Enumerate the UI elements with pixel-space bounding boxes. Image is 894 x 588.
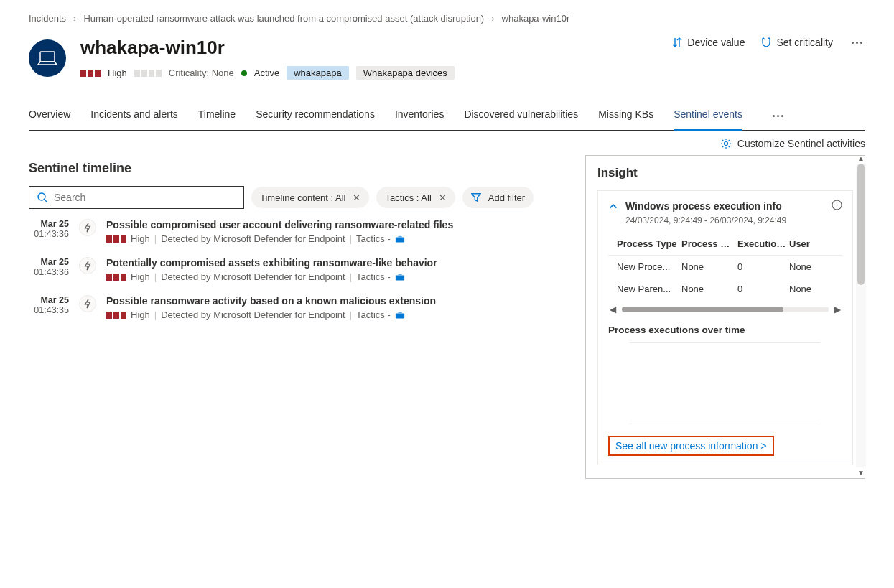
lightning-icon — [79, 219, 96, 236]
info-icon[interactable] — [832, 200, 842, 213]
insight-card-title: Windows process execution info — [625, 200, 782, 212]
event-tactics: Tactics - — [356, 309, 391, 320]
event-time: Mar 2501:43:36 — [29, 257, 69, 282]
process-executions-chart-title: Process executions over time — [608, 325, 842, 335]
insight-panel: ▲▼ Insight Windows process execution inf… — [585, 155, 865, 479]
severity-label: High — [108, 67, 127, 78]
add-filter-button[interactable]: Add filter — [462, 187, 534, 208]
tab-inventories[interactable]: Inventories — [395, 101, 444, 130]
device-value-button[interactable]: Device value — [671, 37, 745, 48]
event-severity: High — [131, 271, 150, 282]
event-detected-by: Detected by Microsoft Defender for Endpo… — [161, 309, 345, 320]
status-label: Active — [254, 67, 279, 78]
breadcrumb-incident-name[interactable]: Human-operated ransomware attack was lau… — [83, 13, 484, 24]
scroll-right-icon[interactable]: ▶ — [833, 304, 842, 314]
more-actions-button[interactable] — [849, 39, 865, 47]
severity-bars — [106, 274, 126, 281]
col-user: User — [789, 238, 821, 249]
col-process-type: Process Type — [617, 238, 679, 249]
breadcrumb-incidents[interactable]: Incidents — [29, 13, 66, 24]
svg-point-2 — [38, 193, 45, 200]
svg-rect-3 — [396, 237, 404, 242]
insight-heading: Insight — [597, 166, 853, 180]
insight-card-range: 24/03/2024, 9:24:49 - 26/03/2024, 9:24:4… — [625, 215, 842, 225]
tab-timeline[interactable]: Timeline — [198, 101, 236, 130]
table-row[interactable]: New Proce... None 0 None — [608, 256, 842, 278]
tab-incidents-alerts[interactable]: Incidents and alerts — [90, 101, 177, 130]
customize-sentinel-button[interactable]: Customize Sentinel activities — [720, 138, 865, 149]
severity-bars — [106, 312, 126, 319]
event-detected-by: Detected by Microsoft Defender for Endpo… — [161, 233, 345, 244]
breadcrumb-device: whakapa-win10r — [502, 13, 570, 24]
status-dot-icon — [241, 70, 247, 76]
tabs: Overview Incidents and alerts Timeline S… — [29, 101, 865, 131]
severity-bars — [106, 235, 126, 243]
chevron-right-icon: › — [491, 13, 494, 24]
timeline-event[interactable]: Mar 2501:43:36 Potentially compromised a… — [29, 257, 571, 282]
event-title: Possible ransomware activity based on a … — [106, 295, 436, 307]
svg-rect-4 — [398, 235, 401, 238]
lightning-icon — [79, 257, 96, 274]
svg-point-1 — [724, 142, 727, 146]
svg-rect-7 — [396, 313, 404, 318]
event-title: Potentially compromised assets exhibitin… — [106, 257, 437, 269]
event-severity: High — [131, 309, 150, 320]
svg-rect-6 — [398, 274, 401, 276]
svg-rect-5 — [396, 275, 404, 280]
svg-rect-8 — [398, 312, 401, 314]
svg-rect-0 — [40, 52, 55, 62]
filter-timeline-content[interactable]: Timeline content : All ✕ — [251, 187, 369, 208]
page-title: whakapa-win10r — [80, 37, 455, 59]
event-title: Possible compromised user account delive… — [106, 219, 453, 230]
chevron-right-icon: › — [73, 13, 76, 24]
event-time: Mar 2501:43:35 — [29, 295, 69, 320]
more-tabs-button[interactable] — [770, 112, 786, 120]
event-time: Mar 2501:43:36 — [29, 219, 69, 244]
chevron-up-icon[interactable] — [608, 201, 618, 211]
severity-bars — [80, 70, 101, 77]
tab-overview[interactable]: Overview — [29, 101, 70, 130]
timeline-event[interactable]: Mar 2501:43:35 Possible ransomware activ… — [29, 295, 571, 320]
criticality-bars — [134, 70, 162, 77]
device-icon — [29, 39, 66, 77]
tactic-icon — [395, 273, 405, 281]
col-executions: Executions — [737, 238, 786, 249]
filter-tactics[interactable]: Tactics : All ✕ — [376, 187, 455, 208]
see-all-process-info-link[interactable]: See all new process information > — [608, 436, 774, 456]
tactic-icon — [395, 311, 405, 319]
clear-filter-icon[interactable]: ✕ — [439, 192, 447, 203]
event-severity: High — [131, 233, 150, 244]
table-row[interactable]: New Paren... None 0 None — [608, 278, 842, 300]
criticality-label: Criticality: None — [169, 67, 234, 78]
process-executions-chart — [630, 342, 821, 421]
insight-scrollbar[interactable]: ▲▼ — [856, 154, 866, 477]
filter-icon — [471, 192, 481, 202]
tactic-icon — [395, 235, 405, 243]
tag-user[interactable]: whakapapa — [287, 66, 349, 80]
search-icon — [37, 192, 48, 203]
timeline-event[interactable]: Mar 2501:43:36 Possible compromised user… — [29, 219, 571, 244]
lightning-icon — [79, 295, 96, 312]
tag-device-group[interactable]: Whakapapa devices — [356, 66, 455, 80]
sentinel-timeline-heading: Sentinel timeline — [29, 161, 571, 176]
event-tactics: Tactics - — [356, 233, 391, 244]
clear-filter-icon[interactable]: ✕ — [353, 192, 360, 203]
breadcrumb: Incidents › Human-operated ransomware at… — [29, 13, 865, 24]
scroll-left-icon[interactable]: ◀ — [608, 304, 618, 314]
tab-security-recommendations[interactable]: Security recommendations — [256, 101, 375, 130]
search-input[interactable] — [29, 186, 244, 209]
event-tactics: Tactics - — [356, 271, 391, 282]
table-horizontal-scroll[interactable]: ◀ ▶ — [608, 304, 842, 314]
set-criticality-button[interactable]: Set criticality — [760, 37, 833, 48]
tab-discovered-vulnerabilities[interactable]: Discovered vulnerabilities — [464, 101, 578, 130]
tab-sentinel-events[interactable]: Sentinel events — [674, 101, 742, 131]
event-detected-by: Detected by Microsoft Defender for Endpo… — [161, 271, 345, 282]
tab-missing-kbs[interactable]: Missing KBs — [598, 101, 653, 130]
col-process-name: Process Na... — [681, 238, 735, 249]
